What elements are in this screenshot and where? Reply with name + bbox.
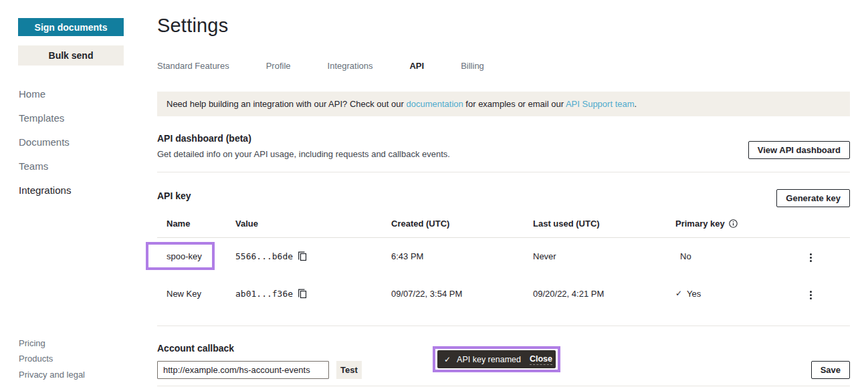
key-name-cell: New Key: [157, 289, 226, 299]
settings-page: Sign documents Bulk send Home Templates …: [0, 0, 868, 391]
callback-url-input[interactable]: [157, 361, 329, 379]
check-icon: ✓: [675, 289, 682, 298]
table-row: spoo-key 5566...b6de 6:43 PM Never No: [157, 238, 850, 274]
tab-api[interactable]: API: [409, 61, 424, 71]
tab-standard-features[interactable]: Standard Features: [157, 61, 229, 71]
page-title: Settings: [157, 15, 228, 37]
main-content: Settings Standard Features Profile Integ…: [157, 0, 850, 391]
api-dashboard-heading: API dashboard (beta): [157, 133, 251, 144]
tab-billing[interactable]: Billing: [461, 61, 484, 71]
sign-documents-button[interactable]: Sign documents: [18, 18, 124, 36]
footer-link-products[interactable]: Products: [19, 354, 53, 364]
sidebar-item-home[interactable]: Home: [19, 88, 45, 100]
footer-link-privacy-legal[interactable]: Privacy and legal: [19, 370, 85, 380]
kebab-menu-icon[interactable]: [806, 288, 816, 302]
api-help-banner: Need help building an integration with o…: [157, 92, 850, 116]
primary-key-cell: No: [666, 251, 804, 261]
column-header-created: Created (UTC): [382, 219, 524, 229]
section-divider: [157, 325, 850, 326]
bottom-divider: [157, 386, 850, 386]
sidebar-item-documents[interactable]: Documents: [19, 136, 70, 148]
view-api-dashboard-button[interactable]: View API dashboard: [748, 141, 850, 159]
api-dashboard-description: Get detailed info on your API usage, inc…: [157, 149, 450, 159]
sidebar: Sign documents Bulk send Home Templates …: [0, 0, 140, 391]
info-icon[interactable]: [729, 219, 738, 228]
banner-text: .: [635, 99, 637, 109]
highlight-box-spoo-key: [146, 242, 215, 270]
copy-icon[interactable]: [298, 289, 307, 299]
toast-api-key-renamed: ✓ API key renamed Close: [437, 350, 556, 368]
sidebar-item-templates[interactable]: Templates: [19, 112, 64, 124]
kebab-menu-icon[interactable]: [806, 251, 816, 265]
column-header-name: Name: [157, 219, 226, 229]
api-key-heading: API key: [157, 190, 191, 201]
check-icon: ✓: [444, 355, 451, 364]
banner-text: Need help building an integration with o…: [167, 99, 406, 109]
test-button[interactable]: Test: [336, 361, 362, 379]
highlight-box-toast: ✓ API key renamed Close: [433, 346, 560, 372]
section-divider: [157, 172, 850, 172]
last-used-cell: 09/20/22, 4:21 PM: [524, 289, 666, 299]
key-value-cell: 5566...b6de: [226, 251, 382, 261]
key-value-cell: ab01...f36e: [226, 289, 382, 299]
column-header-last-used: Last used (UTC): [524, 219, 666, 229]
account-callback-heading: Account callback: [157, 343, 234, 354]
created-cell: 09/07/22, 3:54 PM: [382, 289, 524, 299]
api-support-team-link[interactable]: API Support team: [566, 99, 635, 109]
last-used-cell: Never: [524, 251, 666, 261]
column-header-primary-key: Primary key: [666, 219, 804, 229]
generate-key-button[interactable]: Generate key: [776, 189, 850, 207]
save-button[interactable]: Save: [811, 361, 850, 379]
tab-bar: Standard Features Profile Integrations A…: [157, 61, 484, 71]
api-key-table: Name Value Created (UTC) Last used (UTC)…: [157, 219, 850, 313]
toast-close-button[interactable]: Close: [530, 354, 552, 365]
sidebar-item-teams[interactable]: Teams: [19, 160, 48, 172]
tab-profile[interactable]: Profile: [266, 61, 291, 71]
copy-icon[interactable]: [298, 251, 307, 261]
tab-integrations[interactable]: Integrations: [328, 61, 373, 71]
created-cell: 6:43 PM: [382, 251, 524, 261]
column-header-value: Value: [226, 219, 382, 229]
documentation-link[interactable]: documentation: [406, 99, 463, 109]
primary-key-cell: ✓ Yes: [666, 289, 804, 299]
bulk-send-button[interactable]: Bulk send: [18, 45, 124, 66]
sidebar-item-integrations[interactable]: Integrations: [19, 184, 71, 196]
footer-link-pricing[interactable]: Pricing: [19, 338, 45, 348]
table-row: New Key ab01...f36e 09/07/22, 3:54 PM 09…: [157, 274, 850, 313]
banner-text: for examples or email our: [463, 99, 566, 109]
table-header-row: Name Value Created (UTC) Last used (UTC)…: [157, 219, 850, 238]
toast-message: API key renamed: [457, 355, 521, 364]
